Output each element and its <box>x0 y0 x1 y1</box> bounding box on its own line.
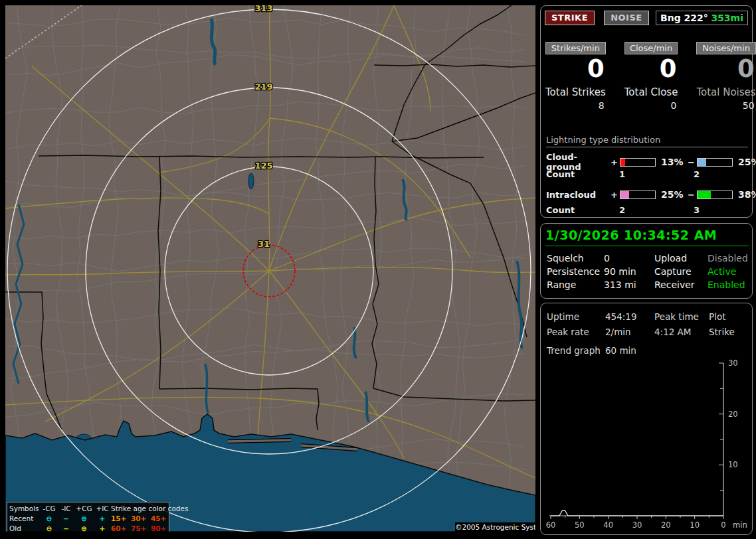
legend-symbols-header: Symbols <box>9 504 41 514</box>
status-row: Persistence 90 min Capture Active <box>547 265 749 278</box>
lightning-type-distribution: Lightning type distribution Cloud-ground… <box>546 135 748 224</box>
svg-text:219: 219 <box>254 82 272 92</box>
intracloud-label: Intracloud <box>546 190 611 200</box>
status-panel: 1/30/2026 10:34:52 AM Squelch 0 Upload D… <box>540 223 753 299</box>
peak-rate-value: 2/min <box>605 327 654 337</box>
noises-per-min-label: Noises/min <box>696 42 755 54</box>
status-rows: Squelch 0 Upload Disabled Persistence 90… <box>547 252 749 291</box>
svg-text:50: 50 <box>575 520 585 530</box>
svg-text:10: 10 <box>690 520 700 530</box>
plus-sign: + <box>611 157 620 167</box>
ic-positive-pct: 25% <box>658 189 688 200</box>
cloud-ground-count-row: Count 1 2 <box>546 169 748 181</box>
legend-col-pos-ic: +IC <box>94 504 111 514</box>
total-strikes-label: Total Strikes <box>545 86 606 98</box>
svg-text:20: 20 <box>661 520 671 530</box>
noise-toggle-button[interactable]: NOISE <box>604 11 649 25</box>
uptime-value: 454:19 <box>605 311 654 322</box>
lightning-radar-map: 31321912531 Symbols -CG -IC +CG +IC Stri… <box>5 5 535 532</box>
ic-negative-count: 3 <box>685 205 748 217</box>
trend-graph-row: Trend graph 60 min <box>547 343 749 358</box>
trend-graph-window: 60 min <box>605 345 749 356</box>
uptime-label: Uptime <box>547 311 605 322</box>
peak-time-value: 4:12 AM <box>654 327 709 337</box>
total-close-value: 0 <box>624 100 678 111</box>
cg-negative-count: 2 <box>685 169 748 181</box>
cg-positive-pct: 13% <box>658 157 688 167</box>
age-badge-90: 90+ <box>151 524 169 532</box>
persistence-label: Persistence <box>547 266 604 277</box>
plus-icon: + <box>94 514 111 524</box>
copyright-label: ©2005 Astrogenic Systems <box>455 522 535 532</box>
svg-text:60: 60 <box>546 520 556 530</box>
minus-sign: − <box>688 190 697 200</box>
age-badge-15: 15+ <box>111 514 131 524</box>
minus-icon: − <box>58 524 74 532</box>
bearing-display: Bng 222° 353mi <box>656 11 748 25</box>
distribution-title: Lightning type distribution <box>546 135 748 147</box>
svg-text:20: 20 <box>728 410 738 419</box>
ic-positive-bar <box>620 191 656 199</box>
svg-text:125: 125 <box>254 161 272 171</box>
strikes-per-min-value: 0 <box>545 56 606 82</box>
map-canvas: 31321912531 <box>5 5 535 532</box>
circle-plus-icon: ⊕ <box>74 514 94 524</box>
stat-rows: Uptime 454:19 Peak time Plot Peak rate 2… <box>547 309 749 339</box>
upload-label: Upload <box>654 253 708 264</box>
strikes-counter-column: Strikes/min 0 Total Strikes 8 <box>545 42 606 111</box>
total-close-label: Total Close <box>624 86 678 98</box>
age-badge-75: 75+ <box>131 524 151 532</box>
count-label: Count <box>546 169 611 181</box>
plot-value: Strike <box>709 327 749 337</box>
map-legend: Symbols -CG -IC +CG +IC Strike age color… <box>7 502 169 532</box>
legend-col-neg-ic: -IC <box>58 504 74 514</box>
count-label: Count <box>546 205 611 217</box>
cg-positive-bar <box>620 158 656 167</box>
legend-col-neg-cg: -CG <box>41 504 58 514</box>
ic-negative-pct: 38% <box>735 189 756 200</box>
cg-negative-bar <box>697 158 733 167</box>
minus-sign: − <box>688 157 697 167</box>
mode-toggle-row: STRIKE NOISE Bng 222° 353mi <box>545 11 748 27</box>
plus-sign: + <box>611 190 620 200</box>
circle-plus-icon: ⊕ <box>74 524 94 532</box>
status-row: Squelch 0 Upload Disabled <box>547 252 749 265</box>
ic-positive-count: 2 <box>611 205 685 217</box>
stat-row: Peak rate 2/min 4:12 AM Strike <box>547 324 749 339</box>
legend-row-old-label: Old <box>9 524 41 532</box>
ic-negative-bar <box>697 191 733 199</box>
strike-toggle-button[interactable]: STRIKE <box>545 11 595 25</box>
close-per-min-label: Close/min <box>624 42 678 54</box>
svg-text:40: 40 <box>603 520 613 530</box>
total-strikes-value: 8 <box>545 100 606 111</box>
age-badge-45: 45+ <box>151 514 169 524</box>
total-noises-value: 50 <box>696 100 755 111</box>
trend-trace <box>551 510 723 516</box>
plot-label: Plot <box>709 311 749 322</box>
range-value: 313 mi <box>604 279 654 290</box>
svg-text:0: 0 <box>721 520 725 530</box>
trend-graph-label: Trend graph <box>547 345 605 356</box>
bearing-distance: 353mi <box>711 13 743 23</box>
plus-icon: + <box>94 524 111 532</box>
age-badge-60: 60+ <box>111 524 131 532</box>
cg-negative-pct: 25% <box>735 157 756 167</box>
squelch-value: 0 <box>604 253 654 264</box>
svg-text:30: 30 <box>728 358 738 368</box>
ic-negative-bar-fill <box>698 191 711 198</box>
legend-age-header: Strike age color codes <box>111 504 169 514</box>
strikes-per-min-label: Strikes/min <box>545 42 606 54</box>
noises-per-min-value: 0 <box>696 56 755 82</box>
circle-minus-icon: ⊖ <box>41 514 58 524</box>
peak-rate-label: Peak rate <box>547 327 605 337</box>
peak-time-label: Peak time <box>654 311 709 322</box>
intracloud-row: Intracloud + 25% − 38% <box>546 188 748 201</box>
total-noises-label: Total Noises <box>696 86 755 98</box>
upload-value: Disabled <box>708 253 749 264</box>
svg-text:min: min <box>733 520 747 530</box>
cg-positive-count: 1 <box>611 169 685 181</box>
circle-minus-icon: ⊖ <box>41 524 58 532</box>
squelch-label: Squelch <box>547 253 604 264</box>
svg-text:30: 30 <box>632 520 642 530</box>
minus-icon: − <box>58 514 74 524</box>
